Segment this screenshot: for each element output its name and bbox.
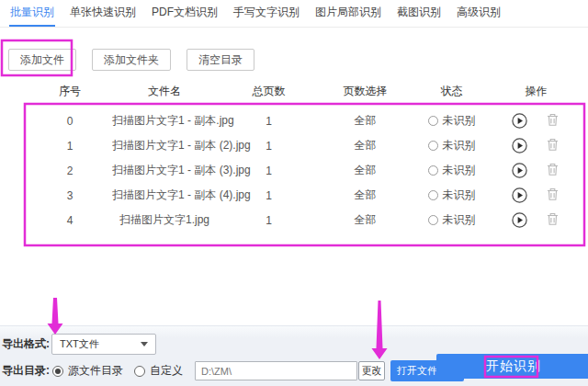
play-icon[interactable] bbox=[512, 138, 527, 153]
tab-bar: 批量识别 单张快速识别 PDF文档识别 手写文字识别 图片局部识别 截图识别 高… bbox=[0, 0, 588, 28]
radio-selected-icon[interactable] bbox=[52, 366, 63, 377]
row-pages: 1 bbox=[217, 115, 321, 128]
row-pages: 1 bbox=[217, 165, 321, 177]
row-filename: 扫描图片文字1 - 副本.jpg bbox=[112, 113, 217, 129]
row-operations bbox=[493, 113, 579, 129]
row-status: 未识别 bbox=[410, 212, 493, 228]
row-index: 2 bbox=[28, 165, 112, 177]
radio-custom-dir[interactable]: 自定义 bbox=[134, 363, 183, 379]
status-label: 未识别 bbox=[443, 163, 476, 178]
radio-custom-label: 自定义 bbox=[150, 363, 183, 379]
row-index: 4 bbox=[28, 214, 112, 227]
row-pages: 1 bbox=[217, 189, 321, 202]
export-format-label: 导出格式: bbox=[2, 336, 51, 352]
status-radio-icon bbox=[428, 190, 438, 200]
file-table: 序号 文件名 总页数 页数选择 状态 操作 0 扫描图片文字1 - 副本.jpg… bbox=[28, 84, 579, 233]
column-header: 文件名 bbox=[112, 84, 217, 99]
trash-icon[interactable] bbox=[546, 212, 561, 228]
start-recognition-button[interactable]: 开始识别 bbox=[436, 354, 588, 379]
play-icon[interactable] bbox=[512, 212, 527, 228]
status-radio-icon bbox=[428, 116, 438, 126]
caret-down-icon bbox=[141, 342, 148, 346]
status-label: 未识别 bbox=[443, 212, 476, 228]
row-operations bbox=[493, 212, 579, 228]
table-row: 2 扫描图片文字1 - 副本 (3).jpg 1 全部 未识别 bbox=[28, 158, 579, 183]
row-operations bbox=[493, 138, 579, 153]
row-filename: 扫描图片文字1 - 副本 (2).jpg bbox=[112, 138, 217, 153]
row-index: 0 bbox=[28, 115, 112, 128]
tab-item[interactable]: 截图识别 bbox=[396, 0, 442, 27]
status-label: 未识别 bbox=[443, 187, 476, 203]
table-header-row: 序号 文件名 总页数 页数选择 状态 操作 bbox=[28, 84, 579, 99]
column-header: 页数选择 bbox=[321, 84, 410, 99]
row-page-select[interactable]: 全部 bbox=[321, 212, 410, 228]
add-file-button[interactable]: 添加文件 bbox=[8, 49, 76, 71]
play-icon[interactable] bbox=[512, 113, 527, 129]
toolbar: 添加文件 添加文件夹 清空目录 bbox=[8, 49, 588, 71]
export-dir-label: 导出目录: bbox=[2, 363, 51, 379]
table-row: 1 扫描图片文字1 - 副本 (2).jpg 1 全部 未识别 bbox=[28, 133, 579, 158]
tab-item[interactable]: PDF文档识别 bbox=[151, 0, 219, 27]
row-filename: 扫描图片文字1.jpg bbox=[112, 212, 217, 228]
export-format-value: TXT文件 bbox=[60, 337, 99, 351]
row-pages: 1 bbox=[217, 214, 321, 227]
change-path-button[interactable]: 更改 bbox=[358, 361, 385, 380]
table-row: 0 扫描图片文字1 - 副本.jpg 1 全部 未识别 bbox=[28, 108, 579, 133]
row-page-select[interactable]: 全部 bbox=[321, 187, 410, 203]
row-index: 3 bbox=[28, 189, 112, 202]
export-format-row: 导出格式: TXT文件 bbox=[2, 334, 588, 355]
table-body: 0 扫描图片文字1 - 副本.jpg 1 全部 未识别 bbox=[28, 108, 579, 233]
radio-source-label: 源文件目录 bbox=[68, 363, 123, 379]
row-page-select[interactable]: 全部 bbox=[321, 163, 410, 178]
row-operations bbox=[493, 163, 579, 178]
row-status: 未识别 bbox=[410, 113, 493, 129]
table-row: 3 扫描图片文字1 - 副本 (4).jpg 1 全部 未识别 bbox=[28, 183, 579, 208]
radio-source-dir[interactable]: 源文件目录 bbox=[52, 363, 123, 379]
column-header: 状态 bbox=[410, 84, 493, 99]
row-filename: 扫描图片文字1 - 副本 (4).jpg bbox=[112, 187, 217, 203]
export-path-input[interactable] bbox=[195, 361, 357, 380]
export-format-dropdown[interactable]: TXT文件 bbox=[51, 334, 156, 355]
status-radio-icon bbox=[428, 215, 438, 225]
column-header: 序号 bbox=[28, 84, 112, 99]
status-label: 未识别 bbox=[443, 138, 476, 153]
row-status: 未识别 bbox=[410, 138, 493, 153]
column-header: 总页数 bbox=[217, 84, 321, 99]
trash-icon[interactable] bbox=[546, 163, 561, 178]
row-status: 未识别 bbox=[410, 187, 493, 203]
row-page-select[interactable]: 全部 bbox=[321, 113, 410, 129]
row-index: 1 bbox=[28, 140, 112, 153]
tab-item[interactable]: 批量识别 bbox=[9, 0, 55, 27]
column-header: 操作 bbox=[493, 84, 579, 99]
table-row: 4 扫描图片文字1.jpg 1 全部 未识别 bbox=[28, 208, 579, 233]
trash-icon[interactable] bbox=[546, 113, 561, 129]
row-filename: 扫描图片文字1 - 副本 (3).jpg bbox=[112, 163, 217, 178]
status-radio-icon bbox=[428, 141, 438, 151]
clear-list-button[interactable]: 清空目录 bbox=[187, 49, 254, 71]
tab-item[interactable]: 单张快速识别 bbox=[69, 0, 137, 27]
trash-icon[interactable] bbox=[546, 187, 561, 203]
trash-icon[interactable] bbox=[546, 138, 561, 153]
tab-item[interactable]: 高级识别 bbox=[456, 0, 502, 27]
radio-unselected-icon[interactable] bbox=[134, 366, 145, 377]
play-icon[interactable] bbox=[512, 163, 527, 178]
row-pages: 1 bbox=[217, 140, 321, 153]
row-status: 未识别 bbox=[410, 163, 493, 178]
row-page-select[interactable]: 全部 bbox=[321, 138, 410, 153]
status-label: 未识别 bbox=[443, 113, 476, 129]
tab-item[interactable]: 图片局部识别 bbox=[314, 0, 382, 27]
add-folder-button[interactable]: 添加文件夹 bbox=[92, 49, 171, 71]
status-radio-icon bbox=[428, 165, 438, 176]
tab-item[interactable]: 手写文字识别 bbox=[232, 0, 300, 27]
row-operations bbox=[493, 187, 579, 203]
play-icon[interactable] bbox=[512, 187, 527, 203]
